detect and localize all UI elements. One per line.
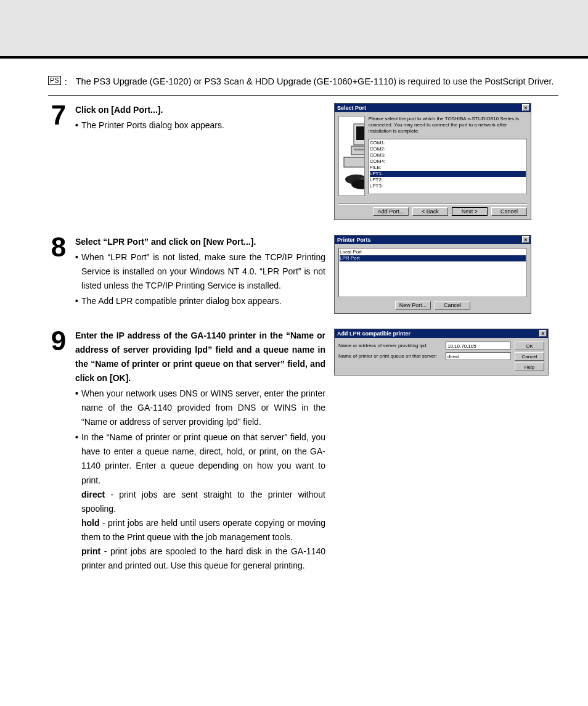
- ps-colon: :: [65, 75, 67, 90]
- port-type-listbox[interactable]: Local Port LPR Port: [338, 248, 527, 297]
- step-9-bullet-1: •When your network uses DNS or WINS serv…: [75, 387, 325, 429]
- port-item[interactable]: LPT3:: [370, 183, 526, 189]
- port-listbox[interactable]: COM1: COM2: COM3: COM4: FILE: LPT1: LPT2…: [369, 139, 527, 194]
- queue-name-input[interactable]: direct: [446, 352, 511, 360]
- new-port-button[interactable]: New Port...: [395, 301, 431, 310]
- step-9: 9 Enter the IP address of the GA-1140 pr…: [48, 329, 558, 575]
- lpd-server-input[interactable]: 10.10.70.105: [446, 342, 511, 350]
- step-9-bullet-2: • In the “Name of printer or print queue…: [75, 430, 325, 573]
- port-item[interactable]: COM4:: [370, 158, 526, 165]
- close-icon[interactable]: ×: [522, 236, 529, 243]
- queue-direct-label: direct: [81, 490, 105, 499]
- step-number-8: 8: [48, 235, 69, 310]
- svg-rect-2: [356, 126, 365, 140]
- step-7: 7 Click on [Add Port...]. •The Printer P…: [48, 103, 558, 220]
- queue-name-label: Name of printer or print queue on that s…: [338, 353, 443, 359]
- step-8-title: Select “LPR Port” and click on [New Port…: [75, 235, 325, 249]
- dialog-printer-ports: Printer Ports × Local Port LPR Port New …: [334, 235, 531, 314]
- close-icon[interactable]: ×: [539, 330, 547, 337]
- dialog-title: Printer Ports: [337, 237, 371, 243]
- help-button[interactable]: Help: [515, 363, 544, 371]
- step-8: 8 Select “LPR Port” and click on [New Po…: [48, 235, 558, 314]
- cancel-button[interactable]: Cancel: [491, 207, 527, 216]
- add-port-button[interactable]: Add Port...: [373, 207, 409, 216]
- port-item[interactable]: FILE:: [370, 165, 526, 171]
- figure-printer-ports: Printer Ports × Local Port LPR Port New …: [334, 235, 558, 314]
- dialog-add-lpr: Add LPR compatible printer × Name or add…: [334, 329, 549, 376]
- queue-hold-label: hold: [81, 518, 100, 528]
- back-button[interactable]: < Back: [412, 207, 448, 216]
- ok-button[interactable]: OK: [515, 342, 544, 350]
- dialog-title: Add LPR compatible printer: [337, 330, 410, 337]
- port-item[interactable]: COM3:: [370, 152, 526, 158]
- dialog-title: Select Port: [337, 105, 366, 111]
- port-item[interactable]: COM1:: [370, 140, 526, 146]
- next-button[interactable]: Next >: [452, 207, 488, 216]
- svg-rect-5: [344, 157, 365, 167]
- step-number-9: 9: [48, 329, 69, 575]
- queue-print-label: print: [81, 546, 100, 556]
- ps-note: PS : The PS3 Upgrade (GE-1020) or PS3 Sc…: [48, 74, 558, 90]
- dialog-message: Please select the port to which the TOSH…: [369, 116, 527, 135]
- port-item[interactable]: LPT2:: [370, 177, 526, 183]
- figure-select-port: Select Port ×: [334, 103, 558, 220]
- dialog-select-port: Select Port ×: [334, 103, 531, 220]
- queue-print-text: - print jobs are spooled to the hard dis…: [81, 546, 325, 570]
- ps-badge: PS: [48, 76, 61, 85]
- step-7-title: Click on [Add Port...].: [75, 103, 325, 117]
- queue-direct-text: - print jobs are sent straight to the pr…: [81, 490, 325, 514]
- lpd-server-label: Name or address of server providing lpd:: [338, 343, 443, 348]
- figure-add-lpr: Add LPR compatible printer × Name or add…: [334, 329, 558, 376]
- port-item-selected[interactable]: LPT1:: [370, 171, 526, 177]
- step-number-7: 7: [48, 103, 69, 134]
- step-9-bullet-2-text: In the “Name of printer or print queue o…: [81, 432, 325, 485]
- ps-note-text: The PS3 Upgrade (GE-1020) or PS3 Scan & …: [76, 74, 558, 89]
- step-9-title: Enter the IP address of the GA-1140 prin…: [75, 329, 325, 385]
- step-8-bullet-1: •When “LPR Port” is not listed, make sur…: [75, 250, 325, 293]
- queue-hold-text: - print jobs are held until users operat…: [81, 518, 325, 542]
- step-8-bullet-2: •The Add LPR compatible printer dialog b…: [75, 294, 325, 308]
- header-band: [0, 0, 588, 59]
- computer-illustration: [338, 116, 365, 196]
- divider: [48, 95, 558, 96]
- cancel-button[interactable]: Cancel: [435, 301, 470, 310]
- svg-rect-4: [354, 149, 365, 150]
- cancel-button[interactable]: Cancel: [515, 352, 544, 361]
- step-7-bullet-1: •The Printer Ports dialog box appears.: [75, 118, 325, 133]
- close-icon[interactable]: ×: [522, 104, 529, 111]
- port-item[interactable]: COM2:: [370, 146, 526, 152]
- list-item-selected[interactable]: LPR Port: [340, 255, 526, 261]
- list-item[interactable]: Local Port: [340, 249, 526, 255]
